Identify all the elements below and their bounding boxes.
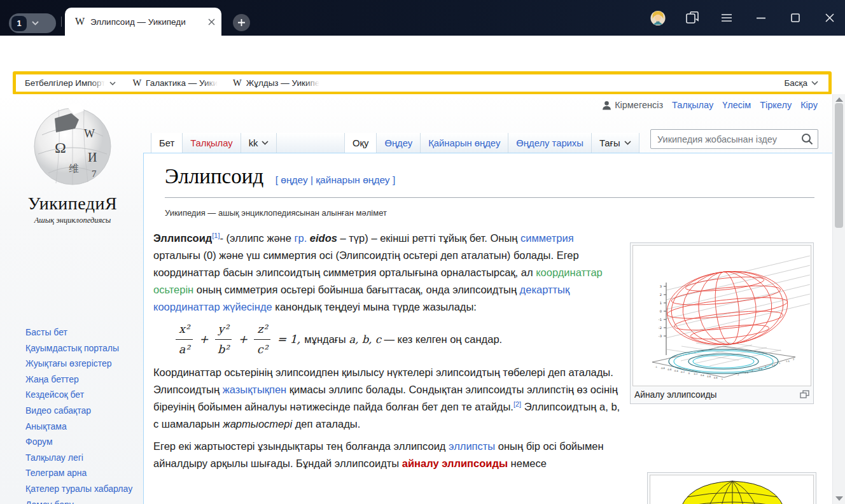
tab-edit-source[interactable]: Қайнарын өңдеу — [421, 133, 508, 153]
svg-text:-1: -1 — [655, 366, 657, 368]
sidebar-link[interactable]: Форум — [25, 434, 137, 450]
scrollbar[interactable] — [832, 94, 845, 504]
new-tab-button[interactable] — [233, 14, 250, 31]
tab-edit[interactable]: Өңдеу — [377, 133, 421, 153]
wikipedia-favicon: W — [132, 78, 141, 88]
fraction: y²b² — [215, 321, 232, 358]
chevron-down-icon — [624, 141, 631, 145]
svg-text:-0.6: -0.6 — [667, 368, 672, 371]
sidebar-link[interactable]: Басты бет — [25, 325, 137, 340]
divider — [61, 17, 62, 27]
svg-text:2: 2 — [793, 358, 794, 361]
close-button[interactable] — [822, 10, 837, 25]
browser-window: 1 W Эллипсоид — Уикипеди — [0, 0, 845, 504]
svg-text:2: 2 — [660, 293, 662, 297]
sidebar-link[interactable]: Телеграм арна — [25, 465, 137, 481]
scroll-down-arrow[interactable] — [835, 496, 843, 501]
personal-link[interactable]: Талқылау — [672, 100, 713, 110]
svg-text:0.2: 0.2 — [694, 373, 698, 375]
bookmark-item[interactable]: W Жұлдыз — Уикипе — [233, 78, 319, 88]
enlarge-icon[interactable] — [800, 390, 809, 398]
svg-text:-0.5: -0.5 — [758, 368, 762, 370]
logo-tagline: Ашық энциклопедиясы — [18, 216, 127, 225]
chevron-down-icon — [109, 81, 116, 85]
chevron-down-icon — [811, 81, 818, 85]
article-content: Эллипсоид [ өңдеу | қайнарын өңдеу ] Уик… — [143, 153, 832, 504]
tab-history[interactable]: Өңделу тарихы — [508, 133, 592, 153]
wikipedia-logo[interactable]: Ω W И 维 7 УикипедиЯ Ашық энциклопедиясы — [18, 102, 127, 225]
svg-text:7: 7 — [92, 169, 97, 179]
svg-text:0.8: 0.8 — [714, 377, 718, 379]
sidebar-link[interactable]: Кездейсоқ бет — [25, 387, 137, 403]
article-heading-row: Эллипсоид [ өңдеу | қайнарын өңдеу ] — [165, 165, 814, 198]
search-icon[interactable] — [801, 133, 813, 145]
plus-icon — [237, 18, 246, 27]
figure-ellipsoid-plot[interactable]: 3210-1-2-3-1-0.8-0.6-0.4-0.200.20.40.60.… — [630, 242, 814, 404]
svg-text:-0.8: -0.8 — [660, 367, 666, 370]
bookmark-item[interactable]: W Галактика — Уики — [132, 78, 218, 88]
panels-icon[interactable] — [685, 10, 700, 25]
namespace-tabs: Бет Талқылау kk — [151, 133, 352, 153]
svg-text:-1: -1 — [751, 370, 753, 372]
browser-tab-active[interactable]: W Эллипсоид — Уикипеди — [65, 8, 221, 36]
sidebar-link[interactable]: Анықтама — [25, 419, 137, 435]
scrollbar-thumb[interactable] — [835, 103, 843, 228]
maximize-button[interactable] — [788, 10, 803, 25]
titlebar: 1 W Эллипсоид — Уикипеди — [0, 0, 845, 36]
site-subtitle: Уикипедия — ашық энциклопедиясынан алынғ… — [165, 208, 387, 218]
personal-link[interactable]: Тіркелу — [760, 100, 792, 110]
svg-text:1: 1 — [779, 362, 780, 365]
menu-icon[interactable] — [719, 10, 734, 25]
wiki-search — [650, 129, 818, 149]
avatar[interactable] — [650, 10, 666, 25]
personal-link[interactable]: Кіру — [800, 100, 818, 110]
personal-tools: Кірмегенсіз ТалқылауҮлесімТіркелуКіру — [602, 100, 818, 110]
tab-talk[interactable]: Талқылау — [183, 133, 241, 153]
svg-text:0.4: 0.4 — [701, 374, 704, 377]
yellow-ellipsoid-plot — [650, 475, 814, 504]
search-input[interactable] — [650, 129, 818, 149]
formula-tail: мұндағы a, b, c — кез келген оң сандар. — [304, 331, 502, 348]
paragraph: Егер екі жартыостері ұзындықтары тең бол… — [153, 438, 631, 472]
sidebar-link[interactable]: Қателер туралы хабарлау — [25, 481, 137, 497]
user-icon — [602, 101, 611, 110]
language-selector[interactable]: kk — [241, 133, 277, 153]
svg-text:-3: -3 — [659, 334, 662, 338]
personal-link[interactable]: Үлесім — [722, 100, 751, 110]
bookmarks-import-folder[interactable]: Бетбелгілер Импорт — [25, 78, 116, 88]
tab-more-menu[interactable]: Тағы — [592, 133, 639, 153]
tab-read[interactable]: Оқу — [344, 133, 377, 153]
tab-group-button[interactable]: 1 — [9, 13, 56, 33]
wikipedia-favicon: W — [75, 16, 85, 27]
svg-text:-2: -2 — [659, 326, 662, 330]
tab-close-icon[interactable] — [208, 18, 215, 25]
sidebar-link[interactable]: Талқылау легі — [25, 450, 137, 466]
sidebar-link[interactable]: Видео сабақтар — [25, 403, 137, 419]
edit-links[interactable]: [ өңдеу | қайнарын өңдеу ] — [276, 174, 396, 185]
chevron-down-icon — [32, 21, 39, 25]
bookmarks-more-button[interactable]: Басқа — [784, 78, 818, 88]
svg-text:-1: -1 — [659, 318, 662, 321]
titlebar-controls — [650, 7, 837, 29]
scroll-up-arrow[interactable] — [835, 97, 843, 102]
bookmark-label: Жұлдыз — Уикипе — [246, 78, 320, 88]
figure-yellow-ellipsoid[interactable] — [647, 472, 816, 504]
svg-text:0.6: 0.6 — [707, 375, 711, 378]
minimize-button[interactable] — [753, 10, 769, 25]
paragraph: Эллипсоид[1]- (эллипс және гр. eidos – т… — [153, 230, 623, 316]
wikipedia-favicon: W — [233, 78, 242, 88]
fraction: x²a² — [176, 321, 193, 358]
paragraph: Координаттар осьтерінің элипсоидпен қиыл… — [153, 364, 623, 433]
fraction: z²c² — [254, 321, 270, 358]
sidebar-link[interactable]: Жаңа беттер — [25, 372, 137, 388]
browser-toolbar: Я kk.wikipedia.org Эллипсоид — Уикипедия… — [0, 36, 845, 71]
tab-spacer — [277, 133, 352, 153]
sidebar-link[interactable]: Қауымдастық порталы — [25, 340, 137, 356]
bookmarks-more-label: Басқа — [784, 78, 807, 88]
math-formula: x²a² + y²b² + z²c² = 1, мұндағы a, b, c … — [171, 322, 623, 356]
sidebar-link[interactable]: Жуықтағы өзгерістер — [25, 356, 137, 372]
svg-text:维: 维 — [69, 163, 79, 174]
svg-text:-0.4: -0.4 — [674, 370, 679, 372]
sidebar-link[interactable]: Демеу беру — [25, 497, 137, 504]
tab-page[interactable]: Бет — [151, 133, 183, 153]
